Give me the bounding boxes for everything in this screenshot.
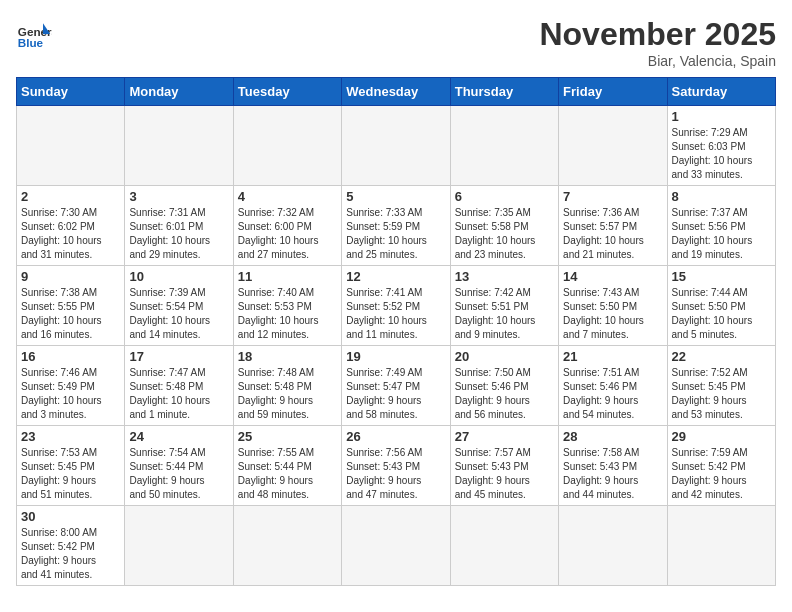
- day-number: 16: [21, 349, 120, 364]
- calendar-cell: 15Sunrise: 7:44 AM Sunset: 5:50 PM Dayli…: [667, 266, 775, 346]
- day-info: Sunrise: 7:50 AM Sunset: 5:46 PM Dayligh…: [455, 366, 554, 422]
- calendar-week-row: 9Sunrise: 7:38 AM Sunset: 5:55 PM Daylig…: [17, 266, 776, 346]
- day-number: 7: [563, 189, 662, 204]
- day-info: Sunrise: 7:47 AM Sunset: 5:48 PM Dayligh…: [129, 366, 228, 422]
- calendar-cell: [17, 106, 125, 186]
- weekday-header-row: SundayMondayTuesdayWednesdayThursdayFrid…: [17, 78, 776, 106]
- day-info: Sunrise: 7:29 AM Sunset: 6:03 PM Dayligh…: [672, 126, 771, 182]
- day-number: 22: [672, 349, 771, 364]
- day-info: Sunrise: 7:31 AM Sunset: 6:01 PM Dayligh…: [129, 206, 228, 262]
- day-info: Sunrise: 8:00 AM Sunset: 5:42 PM Dayligh…: [21, 526, 120, 582]
- calendar-cell: 12Sunrise: 7:41 AM Sunset: 5:52 PM Dayli…: [342, 266, 450, 346]
- day-number: 23: [21, 429, 120, 444]
- day-number: 30: [21, 509, 120, 524]
- day-info: Sunrise: 7:52 AM Sunset: 5:45 PM Dayligh…: [672, 366, 771, 422]
- month-title: November 2025: [539, 16, 776, 53]
- calendar-cell: 28Sunrise: 7:58 AM Sunset: 5:43 PM Dayli…: [559, 426, 667, 506]
- day-number: 1: [672, 109, 771, 124]
- weekday-header-wednesday: Wednesday: [342, 78, 450, 106]
- calendar-cell: 18Sunrise: 7:48 AM Sunset: 5:48 PM Dayli…: [233, 346, 341, 426]
- calendar-cell: 20Sunrise: 7:50 AM Sunset: 5:46 PM Dayli…: [450, 346, 558, 426]
- day-info: Sunrise: 7:40 AM Sunset: 5:53 PM Dayligh…: [238, 286, 337, 342]
- calendar-cell: 13Sunrise: 7:42 AM Sunset: 5:51 PM Dayli…: [450, 266, 558, 346]
- calendar-week-row: 2Sunrise: 7:30 AM Sunset: 6:02 PM Daylig…: [17, 186, 776, 266]
- calendar-cell: 11Sunrise: 7:40 AM Sunset: 5:53 PM Dayli…: [233, 266, 341, 346]
- weekday-header-friday: Friday: [559, 78, 667, 106]
- day-number: 28: [563, 429, 662, 444]
- calendar-table: SundayMondayTuesdayWednesdayThursdayFrid…: [16, 77, 776, 586]
- calendar-cell: 27Sunrise: 7:57 AM Sunset: 5:43 PM Dayli…: [450, 426, 558, 506]
- day-number: 10: [129, 269, 228, 284]
- calendar-cell: 17Sunrise: 7:47 AM Sunset: 5:48 PM Dayli…: [125, 346, 233, 426]
- calendar-cell: [450, 506, 558, 586]
- day-number: 12: [346, 269, 445, 284]
- day-number: 9: [21, 269, 120, 284]
- calendar-cell: 26Sunrise: 7:56 AM Sunset: 5:43 PM Dayli…: [342, 426, 450, 506]
- day-number: 29: [672, 429, 771, 444]
- weekday-header-monday: Monday: [125, 78, 233, 106]
- calendar-cell: [233, 506, 341, 586]
- day-info: Sunrise: 7:30 AM Sunset: 6:02 PM Dayligh…: [21, 206, 120, 262]
- day-number: 8: [672, 189, 771, 204]
- location-subtitle: Biar, Valencia, Spain: [539, 53, 776, 69]
- day-info: Sunrise: 7:55 AM Sunset: 5:44 PM Dayligh…: [238, 446, 337, 502]
- day-info: Sunrise: 7:48 AM Sunset: 5:48 PM Dayligh…: [238, 366, 337, 422]
- day-number: 11: [238, 269, 337, 284]
- weekday-header-saturday: Saturday: [667, 78, 775, 106]
- calendar-cell: [233, 106, 341, 186]
- day-number: 15: [672, 269, 771, 284]
- calendar-cell: [342, 106, 450, 186]
- calendar-cell: 8Sunrise: 7:37 AM Sunset: 5:56 PM Daylig…: [667, 186, 775, 266]
- calendar-cell: [667, 506, 775, 586]
- calendar-cell: 5Sunrise: 7:33 AM Sunset: 5:59 PM Daylig…: [342, 186, 450, 266]
- day-info: Sunrise: 7:53 AM Sunset: 5:45 PM Dayligh…: [21, 446, 120, 502]
- day-number: 19: [346, 349, 445, 364]
- calendar-week-row: 1Sunrise: 7:29 AM Sunset: 6:03 PM Daylig…: [17, 106, 776, 186]
- logo: General Blue: [16, 16, 52, 52]
- day-info: Sunrise: 7:37 AM Sunset: 5:56 PM Dayligh…: [672, 206, 771, 262]
- calendar-cell: 23Sunrise: 7:53 AM Sunset: 5:45 PM Dayli…: [17, 426, 125, 506]
- day-info: Sunrise: 7:32 AM Sunset: 6:00 PM Dayligh…: [238, 206, 337, 262]
- calendar-cell: 9Sunrise: 7:38 AM Sunset: 5:55 PM Daylig…: [17, 266, 125, 346]
- calendar-cell: 25Sunrise: 7:55 AM Sunset: 5:44 PM Dayli…: [233, 426, 341, 506]
- day-number: 26: [346, 429, 445, 444]
- day-number: 18: [238, 349, 337, 364]
- calendar-cell: 1Sunrise: 7:29 AM Sunset: 6:03 PM Daylig…: [667, 106, 775, 186]
- svg-text:Blue: Blue: [18, 36, 44, 49]
- calendar-cell: 29Sunrise: 7:59 AM Sunset: 5:42 PM Dayli…: [667, 426, 775, 506]
- weekday-header-tuesday: Tuesday: [233, 78, 341, 106]
- day-info: Sunrise: 7:39 AM Sunset: 5:54 PM Dayligh…: [129, 286, 228, 342]
- calendar-cell: 10Sunrise: 7:39 AM Sunset: 5:54 PM Dayli…: [125, 266, 233, 346]
- day-info: Sunrise: 7:36 AM Sunset: 5:57 PM Dayligh…: [563, 206, 662, 262]
- day-info: Sunrise: 7:57 AM Sunset: 5:43 PM Dayligh…: [455, 446, 554, 502]
- calendar-cell: 14Sunrise: 7:43 AM Sunset: 5:50 PM Dayli…: [559, 266, 667, 346]
- calendar-cell: 2Sunrise: 7:30 AM Sunset: 6:02 PM Daylig…: [17, 186, 125, 266]
- calendar-cell: [125, 506, 233, 586]
- calendar-week-row: 30Sunrise: 8:00 AM Sunset: 5:42 PM Dayli…: [17, 506, 776, 586]
- day-number: 5: [346, 189, 445, 204]
- weekday-header-sunday: Sunday: [17, 78, 125, 106]
- calendar-cell: [559, 506, 667, 586]
- calendar-cell: 7Sunrise: 7:36 AM Sunset: 5:57 PM Daylig…: [559, 186, 667, 266]
- day-info: Sunrise: 7:33 AM Sunset: 5:59 PM Dayligh…: [346, 206, 445, 262]
- calendar-cell: 22Sunrise: 7:52 AM Sunset: 5:45 PM Dayli…: [667, 346, 775, 426]
- title-block: November 2025 Biar, Valencia, Spain: [539, 16, 776, 69]
- calendar-cell: 21Sunrise: 7:51 AM Sunset: 5:46 PM Dayli…: [559, 346, 667, 426]
- calendar-cell: [342, 506, 450, 586]
- calendar-cell: 4Sunrise: 7:32 AM Sunset: 6:00 PM Daylig…: [233, 186, 341, 266]
- calendar-cell: 16Sunrise: 7:46 AM Sunset: 5:49 PM Dayli…: [17, 346, 125, 426]
- logo-icon: General Blue: [16, 16, 52, 52]
- day-info: Sunrise: 7:46 AM Sunset: 5:49 PM Dayligh…: [21, 366, 120, 422]
- day-info: Sunrise: 7:54 AM Sunset: 5:44 PM Dayligh…: [129, 446, 228, 502]
- page-header: General Blue November 2025 Biar, Valenci…: [16, 16, 776, 69]
- day-info: Sunrise: 7:56 AM Sunset: 5:43 PM Dayligh…: [346, 446, 445, 502]
- calendar-cell: [559, 106, 667, 186]
- calendar-cell: 19Sunrise: 7:49 AM Sunset: 5:47 PM Dayli…: [342, 346, 450, 426]
- day-number: 3: [129, 189, 228, 204]
- day-number: 6: [455, 189, 554, 204]
- day-number: 14: [563, 269, 662, 284]
- day-info: Sunrise: 7:42 AM Sunset: 5:51 PM Dayligh…: [455, 286, 554, 342]
- weekday-header-thursday: Thursday: [450, 78, 558, 106]
- calendar-cell: 24Sunrise: 7:54 AM Sunset: 5:44 PM Dayli…: [125, 426, 233, 506]
- day-number: 4: [238, 189, 337, 204]
